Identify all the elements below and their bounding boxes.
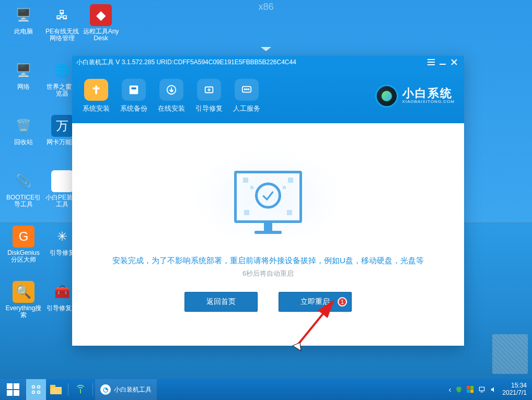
desktop-icon-1[interactable]: 🖧PE有线无线网络管理 (44, 4, 80, 57)
taskbar-search-icon[interactable] (26, 379, 46, 400)
toolbar-btn-0[interactable]: 系统安装 (83, 79, 110, 113)
checkmark-icon (255, 182, 281, 208)
desktop-icon-label: BOOTICE引导工具 (5, 194, 42, 208)
desktop-icon-glyph: 万 (51, 115, 73, 137)
start-button[interactable] (0, 379, 26, 400)
toolbar-btn-4[interactable]: 人工服务 (233, 79, 260, 113)
caret-down-icon (261, 47, 271, 51)
toolbar-btn-label: 引导修复 (195, 104, 223, 113)
desktop-icon-glyph: 🖧 (51, 4, 73, 26)
annotation-badge: 1 (338, 297, 347, 307)
svg-rect-23 (467, 386, 470, 389)
toolbar-btn-3[interactable]: 引导修复 (195, 79, 223, 113)
svg-point-14 (246, 89, 247, 90)
taskbar-app-icon: ◔ (100, 384, 111, 395)
install-complete-message: 安装完成，为了不影响系统部署，重启前请将外接设备拔掉，例如U盘，移动硬盘，光盘等 (112, 256, 424, 266)
svg-rect-27 (480, 387, 484, 391)
brand: 小白系统 XIAOBAIXITONG.COM (375, 85, 464, 108)
app-window: 小白装机工具 V 3.1.572.285 URID:CDFF5A594C09E1… (72, 56, 464, 346)
svg-rect-6 (130, 85, 138, 94)
toolbar-btn-label: 在线安装 (158, 104, 185, 113)
desktop-icon-label: 网络 (17, 84, 30, 90)
toolbar-btn-2[interactable]: 在线安装 (158, 79, 185, 113)
desktop-icon-glyph: 🧰 (51, 281, 73, 303)
taskbar-app-button[interactable]: ◔ 小白装机工具 (95, 379, 157, 400)
desktop-icon-glyph: 🔍 (13, 281, 34, 303)
tray-network-icon[interactable] (478, 386, 485, 393)
close-button[interactable] (448, 57, 460, 67)
toolbar-btn-icon (122, 79, 146, 101)
svg-point-19 (32, 391, 35, 394)
desktop-icon-0[interactable]: 🖥️此电脑 (5, 4, 42, 57)
close-icon (451, 59, 457, 65)
hamburger-icon (427, 59, 435, 65)
content-area: 安装完成，为了不影响系统部署，重启前请将外接设备拔掉，例如U盘，移动硬盘，光盘等… (72, 123, 464, 346)
system-tray: ‹ 15:34 2021/7/1 (449, 379, 532, 400)
x86-label: x86 (258, 2, 273, 13)
toolbar-btn-label: 系统备份 (120, 104, 147, 113)
toolbar-btn-icon (235, 79, 259, 101)
desktop-icon-glyph: ✳ (51, 226, 73, 248)
desktop-icon-label: 远程工具AnyDesk (83, 28, 119, 42)
svg-rect-26 (470, 390, 473, 393)
desktop-icon-label: 引导修复 (50, 250, 75, 256)
titlebar[interactable]: 小白装机工具 V 3.1.572.285 URID:CDFF5A594C09E1… (72, 56, 464, 68)
brand-logo-icon (375, 85, 398, 108)
desktop-icon-3[interactable]: 🖥️网络 (5, 60, 42, 113)
tray-shield-icon[interactable] (455, 386, 462, 393)
watermark (492, 334, 528, 374)
desktop-icon-glyph: 🗑️ (13, 115, 34, 137)
desktop-icon-glyph: ◆ (90, 4, 112, 26)
desktop-icon-glyph: 📎 (13, 170, 34, 192)
toolbar: 系统安装系统备份在线安装引导修复人工服务 (72, 79, 260, 113)
desktop-icon-6[interactable]: 🗑️回收站 (5, 115, 42, 168)
svg-rect-7 (131, 87, 136, 89)
back-home-button[interactable]: 返回首页 (184, 292, 258, 312)
brand-name: 小白系统 (402, 87, 455, 100)
tray-chevron-icon[interactable]: ‹ (449, 385, 452, 394)
desktop-icon-glyph: 🌐 (51, 60, 73, 81)
desktop-icon-2[interactable]: ◆远程工具AnyDesk (83, 4, 119, 57)
brand-url: XIAOBAIXITONG.COM (402, 100, 455, 104)
minimize-button[interactable] (437, 57, 448, 67)
app-header: 系统安装系统备份在线安装引导修复人工服务 小白系统 XIAOBAIXITONG.… (72, 68, 464, 123)
desktop-icon-12[interactable]: GDiskGenius分区大师 (5, 226, 42, 279)
desktop-icon-label: PE有线无线网络管理 (44, 28, 80, 42)
desktop-icon-label: Everything搜索 (5, 305, 42, 319)
taskbar-wifi-icon[interactable] (71, 379, 90, 400)
desktop-icon-label: 此电脑 (14, 28, 33, 35)
taskbar-app-label: 小白装机工具 (114, 385, 152, 394)
taskbar-clock[interactable]: 15:34 2021/7/1 (502, 382, 527, 397)
desktop-icon-glyph: G (13, 226, 34, 248)
toolbar-btn-label: 系统安装 (83, 104, 110, 113)
success-illustration (190, 147, 346, 246)
svg-rect-24 (470, 386, 473, 389)
tray-flag-icon[interactable] (467, 386, 474, 393)
svg-point-15 (248, 89, 249, 90)
toolbar-btn-1[interactable]: 系统备份 (120, 79, 147, 113)
svg-rect-1 (427, 62, 435, 63)
action-buttons: 返回首页 立即重启 1 (184, 292, 352, 312)
svg-rect-25 (467, 390, 470, 393)
taskbar-explorer-icon[interactable] (46, 379, 66, 400)
restart-now-button[interactable]: 立即重启 1 (279, 292, 352, 312)
restart-now-label: 立即重启 (300, 297, 330, 307)
toolbar-btn-label: 人工服务 (233, 104, 260, 113)
toolbar-btn-icon (159, 79, 183, 101)
menu-button[interactable] (425, 57, 437, 67)
desktop-icon-glyph: 🖥️ (13, 60, 34, 81)
desktop-icon-9[interactable]: 📎BOOTICE引导工具 (5, 170, 42, 223)
desktop-icon-15[interactable]: 🔍Everything搜索 (5, 281, 42, 334)
desktop-icon-glyph: 🖥️ (13, 4, 34, 26)
toolbar-btn-icon (197, 79, 221, 101)
svg-rect-0 (427, 59, 435, 60)
window-title: 小白装机工具 V 3.1.572.285 URID:CDFF5A594C09E1… (76, 58, 425, 67)
clock-time: 15:34 (511, 382, 527, 390)
monitor-icon (234, 171, 302, 223)
toolbar-btn-icon (84, 79, 108, 101)
tray-volume-icon[interactable] (490, 386, 498, 393)
svg-point-17 (32, 386, 35, 389)
svg-rect-2 (427, 64, 435, 65)
svg-point-20 (38, 391, 40, 394)
svg-point-13 (244, 89, 245, 90)
